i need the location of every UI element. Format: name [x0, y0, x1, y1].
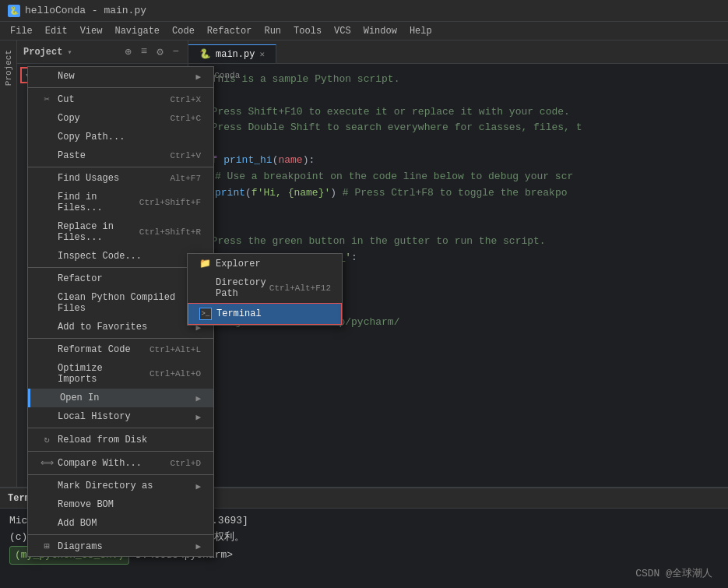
cm-sep-5 — [28, 428, 213, 428]
cm-sep-3 — [28, 267, 213, 268]
menu-tools[interactable]: Tools — [287, 24, 328, 38]
context-menu: New ▶ ✂ Cut Ctrl+X Copy Ctrl+C Copy Path… — [27, 66, 214, 557]
sm-dir-path[interactable]: Directory Path Ctrl+Alt+F12 — [188, 273, 342, 303]
code-line-1: # This is a sample Python script. — [199, 72, 717, 88]
tab-close-icon[interactable]: ✕ — [259, 49, 265, 59]
code-line-3: # Press Shift+F10 to execute it or repla… — [199, 104, 717, 121]
cm-open-in[interactable]: Open In ▶ — [28, 389, 213, 407]
app-icon: 🐍 — [8, 5, 20, 17]
menu-view[interactable]: View — [74, 24, 109, 38]
sidebar-minimize-icon[interactable]: − — [171, 44, 181, 59]
title-bar: 🐍 helloConda - main.py — [0, 0, 728, 22]
code-line-11: # Press the green button in the gutter t… — [199, 234, 717, 250]
cm-paste[interactable]: Paste Ctrl+V — [28, 146, 213, 165]
cm-new[interactable]: New ▶ — [28, 67, 213, 86]
cut-icon: ✂ — [40, 93, 53, 105]
cm-sep-7 — [28, 474, 213, 475]
menu-window[interactable]: Window — [357, 24, 403, 38]
cm-sep-1 — [28, 87, 213, 88]
history-arrow-icon: ▶ — [195, 412, 201, 422]
cm-replace-in-files[interactable]: Replace in Files... Ctrl+Shift+R — [28, 217, 213, 247]
code-line-4: # Press Double Shift to search everywher… — [199, 120, 717, 136]
cm-diagrams[interactable]: ⊞ Diagrams ▶ — [28, 537, 213, 556]
cm-compare-with[interactable]: ⟺ Compare With... Ctrl+D — [28, 453, 213, 473]
open-in-arrow-icon: ▶ — [195, 393, 201, 403]
menu-edit[interactable]: Edit — [39, 24, 74, 38]
code-line-10 — [199, 217, 717, 234]
code-line-5 — [199, 136, 717, 153]
code-line-9 — [199, 201, 717, 217]
menu-file[interactable]: File — [4, 24, 39, 38]
menu-refactor[interactable]: Refactor — [201, 24, 258, 38]
explorer-icon: 📁 — [199, 258, 211, 269]
cm-sep-8 — [28, 534, 213, 535]
python-tab-icon: 🐍 — [199, 48, 211, 60]
arrow-right-icon: ▶ — [195, 72, 201, 82]
sm-terminal[interactable]: >_ Terminal — [188, 303, 342, 325]
cm-add-bom[interactable]: Add BOM — [28, 514, 213, 533]
cm-remove-bom[interactable]: Remove BOM — [28, 495, 213, 514]
terminal-icon: >_ — [199, 308, 212, 320]
code-line-6: def print_hi(name): — [199, 153, 717, 169]
sidebar-add-icon[interactable]: ⊕ — [122, 44, 133, 59]
cm-optimize-imports[interactable]: Optimize Imports Ctrl+Alt+O — [28, 359, 213, 389]
cm-find-in-files[interactable]: Find in Files... Ctrl+Shift+F — [28, 188, 213, 217]
menu-bar: File Edit View Navigate Code Refactor Ru… — [0, 22, 728, 40]
project-strip-label[interactable]: Project — [2, 47, 15, 89]
cm-inspect-code[interactable]: Inspect Code... — [28, 247, 213, 266]
code-line-2 — [199, 88, 717, 104]
menu-help[interactable]: Help — [403, 24, 438, 38]
cm-sep-6 — [28, 451, 213, 452]
cm-find-usages[interactable]: Find Usages Alt+F7 — [28, 169, 213, 188]
menu-run[interactable]: Run — [258, 24, 287, 38]
mark-dir-arrow-icon: ▶ — [195, 481, 201, 491]
cm-local-history[interactable]: Local History ▶ — [28, 407, 213, 426]
sidebar-tab-project[interactable]: Project — [23, 47, 62, 58]
menu-vcs[interactable]: VCS — [328, 24, 357, 38]
watermark: CSDN @全球潮人 — [635, 566, 712, 580]
cm-sep-4 — [28, 338, 213, 339]
diagrams-icon: ⊞ — [40, 540, 53, 552]
sidebar-settings-icon[interactable]: ⚙ — [154, 44, 165, 59]
cm-copy-path[interactable]: Copy Path... — [28, 128, 213, 146]
compare-icon: ⟺ — [40, 457, 53, 469]
cm-cut[interactable]: ✂ Cut Ctrl+X — [28, 90, 213, 109]
code-line-7: # Use a breakpoint on the code line belo… — [199, 169, 717, 185]
cm-clean-python[interactable]: Clean Python Compiled Files — [28, 288, 213, 318]
window-title: helloConda - main.py — [25, 5, 146, 16]
cm-reformat[interactable]: Reformat Code Ctrl+Alt+L — [28, 340, 213, 359]
code-line-8: print(f'Hi, {name}') # Press Ctrl+F8 to … — [199, 185, 717, 202]
sm-explorer[interactable]: 📁 Explorer — [188, 254, 342, 273]
diagrams-arrow-icon: ▶ — [195, 541, 201, 551]
sidebar-collapse-icon[interactable]: ≡ — [139, 44, 149, 59]
cm-refactor[interactable]: Refactor ▶ — [28, 269, 213, 288]
reload-icon: ↻ — [40, 434, 53, 445]
cm-copy[interactable]: Copy Ctrl+C — [28, 109, 213, 128]
submenu-open-in: 📁 Explorer Directory Path Ctrl+Alt+F12 >… — [187, 253, 343, 326]
cm-add-favorites[interactable]: Add to Favorites ▶ — [28, 318, 213, 336]
editor-tab-bar: 🐍 main.py ✕ — [188, 40, 728, 64]
tab-main-py[interactable]: 🐍 main.py ✕ — [188, 44, 276, 63]
cm-reload-disk[interactable]: ↻ Reload from Disk — [28, 430, 213, 449]
cm-sep-2 — [28, 167, 213, 167]
menu-navigate[interactable]: Navigate — [108, 24, 166, 38]
cm-mark-directory[interactable]: Mark Directory as ▶ — [28, 477, 213, 495]
chevron-down-icon: ▾ — [67, 48, 72, 57]
left-strip: Project — [0, 40, 17, 487]
sidebar-tab-bar: Project ▾ ⊕ ≡ ⚙ − — [17, 40, 188, 64]
menu-code[interactable]: Code — [166, 24, 201, 38]
